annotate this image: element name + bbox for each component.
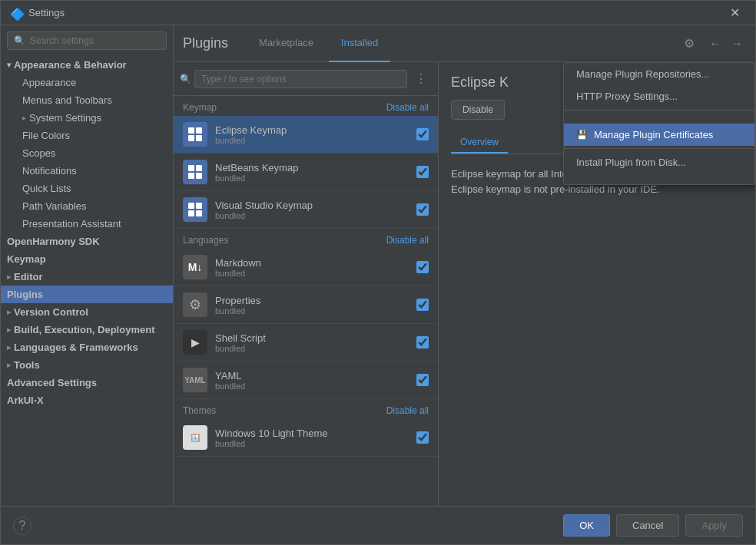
- sidebar-item-keymap[interactable]: Keymap: [1, 250, 173, 268]
- plugin-checkbox-yaml[interactable]: [416, 374, 429, 386]
- sidebar-item-system-settings[interactable]: ▸ System Settings: [1, 109, 173, 127]
- help-button[interactable]: ?: [13, 517, 32, 535]
- back-button[interactable]: ←: [706, 34, 724, 54]
- sidebar-item-quick-lists[interactable]: Quick Lists: [1, 180, 173, 197]
- plugin-search-bar: 🔍 ⋮: [174, 62, 438, 96]
- sidebar-item-openharmony-sdk[interactable]: OpenHarmony SDK: [1, 233, 173, 250]
- sidebar-item-scopes[interactable]: Scopes: [1, 144, 173, 162]
- dropdown-item-enable-all-downloaded[interactable]: [564, 173, 754, 184]
- sidebar-label: Scopes: [22, 147, 55, 159]
- sidebar-item-file-colors[interactable]: File Colors: [1, 127, 173, 144]
- dropdown-item-install-from-disk[interactable]: 💾 Manage Plugin Certificates: [564, 124, 754, 146]
- grid-cell: [188, 165, 194, 171]
- plugin-info: Properties bundled: [215, 295, 409, 315]
- sidebar-item-presentation-assistant[interactable]: Presentation Assistant: [1, 215, 173, 233]
- ok-button[interactable]: OK: [563, 514, 610, 537]
- sidebar-label: Version Control: [14, 306, 88, 318]
- plugin-checkbox-win10[interactable]: [416, 431, 429, 444]
- disable-all-keymap[interactable]: Disable all: [386, 102, 429, 113]
- plugin-desc: bundled: [215, 269, 409, 278]
- plugin-icon-vs: [183, 197, 207, 222]
- sidebar-item-plugins[interactable]: Plugins: [1, 286, 173, 303]
- plugin-checkbox-vs[interactable]: [416, 203, 429, 216]
- disable-all-themes[interactable]: Disable all: [386, 405, 429, 416]
- sidebar-item-arkui-x[interactable]: ArkUI-X: [1, 391, 173, 409]
- plugin-desc: bundled: [215, 306, 409, 315]
- detail-tab-overview[interactable]: Overview: [451, 132, 508, 154]
- sidebar-item-version-control[interactable]: ▸ Version Control: [1, 303, 173, 321]
- sidebar-item-appearance[interactable]: Appearance: [1, 74, 173, 91]
- plugin-checkbox-markdown[interactable]: [416, 261, 429, 273]
- disable-button[interactable]: Disable: [451, 100, 505, 120]
- sidebar-label: Editor: [14, 271, 43, 282]
- plugin-desc: bundled: [215, 211, 409, 220]
- sidebar-item-languages-frameworks[interactable]: ▸ Languages & Frameworks: [1, 339, 173, 356]
- sidebar-item-notifications[interactable]: Notifications: [1, 162, 173, 180]
- sidebar-item-menus-toolbars[interactable]: Menus and Toolbars: [1, 91, 173, 109]
- forward-button[interactable]: →: [728, 34, 746, 54]
- app-icon: 🔷: [10, 7, 22, 19]
- dropdown-item-manage-repos[interactable]: Manage Plugin Repositories...: [564, 63, 754, 85]
- tab-marketplace[interactable]: Marketplace: [247, 25, 326, 62]
- plugin-icon-eclipse: [183, 122, 207, 147]
- sidebar-item-advanced-settings[interactable]: Advanced Settings: [1, 374, 173, 391]
- plugin-name: NetBeans Keymap: [215, 162, 409, 173]
- sidebar-search-box[interactable]: 🔍: [7, 31, 167, 50]
- plugin-search-input[interactable]: [194, 70, 407, 88]
- tab-installed[interactable]: Installed: [329, 25, 390, 62]
- sidebar-item-tools[interactable]: ▸ Tools: [1, 356, 173, 374]
- vs-icon-grid: [184, 198, 207, 221]
- sidebar-label: Advanced Settings: [7, 377, 97, 388]
- main-content: 🔍 ▾ Appearance & Behavior Appearance Men…: [1, 25, 755, 506]
- plugin-info: YAML bundled: [215, 370, 409, 391]
- plugin-search-icon: 🔍: [180, 74, 191, 84]
- plugin-item-markdown[interactable]: M↓ Markdown bundled: [174, 249, 438, 286]
- gear-button[interactable]: ⚙: [678, 33, 700, 54]
- plugin-checkbox-properties[interactable]: [416, 299, 429, 311]
- dropdown-item-manage-certs[interactable]: [564, 113, 754, 124]
- plugin-item-netbeans-keymap[interactable]: NetBeans Keymap bundled: [174, 154, 438, 191]
- sidebar-item-appearance-behavior[interactable]: ▾ Appearance & Behavior: [1, 56, 173, 74]
- tab-bar: Marketplace Installed: [247, 25, 678, 62]
- sidebar-search-input[interactable]: [30, 35, 160, 46]
- cancel-button[interactable]: Cancel: [616, 514, 679, 537]
- apply-button[interactable]: Apply: [685, 514, 743, 537]
- nav-arrows: ← →: [706, 34, 746, 54]
- sidebar-label: Presentation Assistant: [22, 218, 121, 230]
- gear-dropdown-menu: Manage Plugin Repositories... HTTP Proxy…: [563, 62, 755, 185]
- plugin-name: Shell Script: [215, 332, 409, 344]
- eclipse-icon-grid: [184, 123, 207, 146]
- sidebar-label: ArkUI-X: [7, 395, 44, 406]
- plugin-checkbox-eclipse[interactable]: [416, 128, 429, 140]
- plugin-icon-shell: ▶: [183, 330, 207, 355]
- plugin-item-properties[interactable]: ⚙ Properties bundled: [174, 286, 438, 324]
- plugin-checkbox-shell[interactable]: [416, 336, 429, 348]
- plugin-options-button[interactable]: ⋮: [410, 68, 432, 89]
- plugin-checkbox-netbeans[interactable]: [416, 166, 429, 178]
- grid-cell: [196, 135, 202, 141]
- plugin-item-yaml[interactable]: YAML YAML bundled: [174, 362, 438, 399]
- plugin-item-eclipse-keymap[interactable]: Eclipse Keymap bundled: [174, 116, 438, 154]
- plugin-item-win10-theme[interactable]: 🪟 Windows 10 Light Theme bundled: [174, 419, 438, 457]
- plugin-name: Properties: [215, 295, 409, 306]
- dropdown-item-http-proxy[interactable]: HTTP Proxy Settings...: [564, 85, 754, 107]
- plugin-name: Visual Studio Keymap: [215, 200, 409, 211]
- sidebar-label: Tools: [14, 359, 40, 371]
- install-icon: 💾: [576, 130, 588, 140]
- chevron-right-icon: ▸: [7, 272, 11, 281]
- dropdown-separator-1: [564, 110, 754, 111]
- sidebar-item-path-variables[interactable]: Path Variables: [1, 197, 173, 215]
- sidebar-item-build-execution[interactable]: ▸ Build, Execution, Deployment: [1, 321, 173, 339]
- sidebar-item-editor[interactable]: ▸ Editor: [1, 268, 173, 286]
- disable-all-languages[interactable]: Disable all: [386, 235, 429, 246]
- plugin-desc: bundled: [215, 344, 409, 353]
- sidebar-label: Languages & Frameworks: [14, 342, 138, 353]
- plugin-desc: bundled: [215, 439, 409, 448]
- chevron-down-icon: ▾: [7, 61, 11, 69]
- dropdown-item-disable-all-downloaded[interactable]: Install Plugin from Disk...: [564, 151, 754, 173]
- plugin-item-vs-keymap[interactable]: Visual Studio Keymap bundled: [174, 191, 438, 229]
- sidebar-label: OpenHarmony SDK: [7, 236, 100, 247]
- chevron-right-icon: ▸: [22, 114, 26, 122]
- plugin-item-shell-script[interactable]: ▶ Shell Script bundled: [174, 324, 438, 362]
- close-button[interactable]: ✕: [724, 2, 746, 23]
